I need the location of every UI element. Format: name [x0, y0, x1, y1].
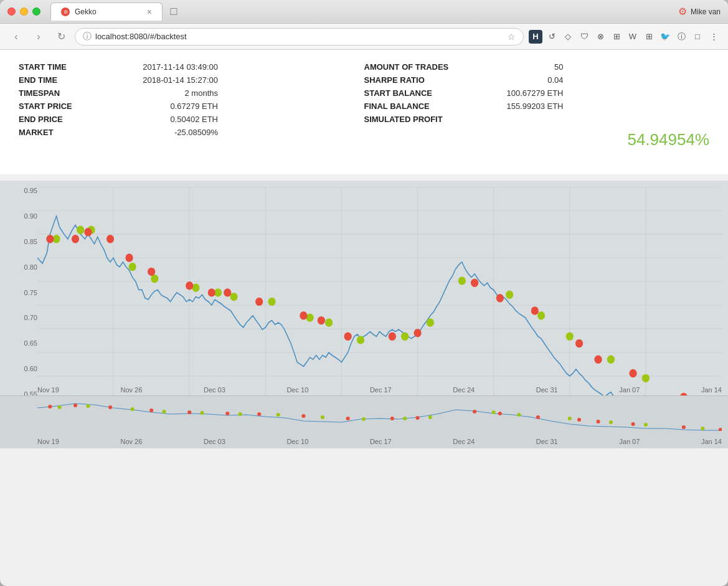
svg-point-47 [403, 417, 407, 420]
x-label-dec10: Dec 10 [286, 386, 308, 394]
amount-trades-label: AMOUNT OF TRADES [364, 62, 464, 72]
reload-button[interactable]: ↻ [52, 28, 70, 45]
url-input[interactable] [95, 32, 504, 41]
forward-button[interactable]: › [30, 28, 47, 45]
mini-x-dec24: Dec 24 [453, 438, 475, 445]
y-label-070: 0.70 [24, 314, 37, 321]
tab-title: Gekko [75, 7, 97, 16]
stat-row-final-balance: FINAL BALANCE 155.99203 ETH [364, 102, 710, 111]
menu-button[interactable]: ⋮ [707, 30, 721, 44]
trade-dot-buy-20 [642, 374, 650, 382]
svg-point-27 [346, 417, 350, 420]
x-label-jan07: Jan 07 [619, 386, 640, 394]
back-button[interactable]: ‹ [7, 28, 25, 45]
maximize-button[interactable] [32, 7, 40, 16]
trade-dot-buy-8 [230, 293, 237, 301]
mini-price-line [37, 404, 722, 430]
svg-point-48 [428, 415, 432, 419]
toolbar-icon-refresh[interactable]: ↺ [545, 30, 559, 44]
stats-grid: START TIME 2017-11-14 03:49:00 END TIME … [19, 62, 709, 149]
toolbar-icon-twitter[interactable]: 🐦 [658, 30, 672, 44]
svg-point-33 [577, 418, 581, 422]
svg-point-30 [473, 410, 476, 414]
start-price-label: START PRICE [19, 102, 118, 111]
user-icon: ⚙ [678, 6, 687, 17]
timespan-label: TIMESPAN [19, 88, 118, 98]
svg-point-19 [48, 405, 52, 409]
trade-dot-buy-15 [458, 276, 466, 285]
end-price-label: END PRICE [19, 115, 118, 124]
close-button[interactable] [7, 7, 16, 16]
toolbar-icon-ext2[interactable]: W [626, 30, 640, 44]
svg-point-29 [416, 416, 420, 420]
x-label-nov26: Nov 26 [120, 386, 142, 394]
toolbar-icon-info[interactable]: ⓘ [674, 30, 688, 44]
mini-chart-svg [37, 399, 722, 431]
y-label-060: 0.60 [24, 365, 37, 372]
start-balance-value: 100.67279 ETH [464, 88, 564, 98]
new-tab-icon: □ [171, 5, 177, 18]
svg-point-36 [682, 425, 686, 429]
toolbar-icon-privacy[interactable]: ⊗ [593, 30, 607, 44]
bookmark-icon[interactable]: ☆ [508, 32, 516, 42]
mini-x-jan07: Jan 07 [619, 438, 640, 445]
x-label-dec31: Dec 31 [536, 386, 558, 394]
end-time-label: END TIME [19, 75, 118, 85]
toolbar-icon-ext3[interactable]: ⊞ [642, 30, 656, 44]
trade-dot-sell-3 [84, 228, 92, 236]
trade-dot-buy-11 [325, 318, 333, 326]
browser-window: ⚙ Gekko × □ ⚙ Mike van ‹ › ↻ ⓘ ☆ H ↺ ◇ 🛡 [0, 0, 728, 586]
toolbar-icon-ext4[interactable]: □ [691, 30, 704, 44]
trade-dot-sell-11 [300, 311, 307, 319]
x-axis: Nov 19 Nov 26 Dec 03 Dec 10 Dec 17 Dec 2… [37, 386, 722, 394]
trade-dot-sell-1 [46, 235, 54, 243]
svg-point-21 [108, 405, 112, 409]
trade-dot-buy-19 [607, 355, 615, 363]
toolbar-icons: H ↺ ◇ 🛡 ⊗ ⊞ W ⊞ 🐦 ⓘ □ ⋮ [529, 30, 721, 44]
svg-point-25 [257, 412, 261, 416]
tab-close-icon[interactable]: × [147, 7, 152, 17]
stat-row-start-price: START PRICE 0.67279 ETH [19, 102, 364, 111]
final-balance-label: FINAL BALANCE [364, 102, 464, 111]
mini-x-axis: Nov 19 Nov 26 Dec 03 Dec 10 Dec 17 Dec 2… [37, 438, 722, 445]
trade-dot-sell-5 [125, 253, 133, 262]
svg-point-31 [498, 412, 502, 415]
svg-point-45 [321, 415, 324, 419]
trade-dot-sell-18 [531, 306, 539, 314]
minimize-button[interactable] [20, 7, 28, 16]
trade-dot-sell-16 [471, 279, 478, 287]
start-time-value: 2017-11-14 03:49:00 [118, 62, 218, 72]
user-name: Mike van [691, 7, 721, 16]
sharpe-label: SHARPE RATIO [364, 75, 464, 85]
start-time-label: START TIME [19, 62, 118, 72]
toolbar-icon-pocket[interactable]: ◇ [561, 30, 575, 44]
mini-x-dec17: Dec 17 [370, 438, 392, 445]
svg-point-40 [131, 407, 135, 411]
new-tab-button[interactable]: □ [165, 3, 182, 21]
svg-point-24 [225, 412, 229, 415]
active-tab[interactable]: ⚙ Gekko × [50, 2, 163, 21]
x-label-dec17: Dec 17 [370, 386, 392, 394]
toolbar-icon-shield[interactable]: 🛡 [577, 30, 591, 44]
x-label-dec24: Dec 24 [453, 386, 475, 394]
trade-dot-sell-8 [208, 288, 215, 296]
toolbar-icon-ext1[interactable]: ⊞ [610, 30, 623, 44]
title-bar: ⚙ Gekko × □ ⚙ Mike van [0, 0, 728, 24]
svg-point-53 [644, 423, 648, 427]
toolbar-icon-h[interactable]: H [529, 30, 542, 44]
mini-chart-svg-container [37, 399, 722, 431]
address-bar[interactable]: ⓘ ☆ [75, 28, 524, 45]
svg-point-38 [58, 405, 62, 409]
stat-row-simulated-profit: SIMULATED PROFIT [364, 115, 710, 124]
trade-dot-sell-13 [344, 333, 352, 341]
mini-x-dec03: Dec 03 [204, 438, 225, 445]
content-area: START TIME 2017-11-14 03:49:00 END TIME … [0, 50, 728, 174]
svg-point-50 [517, 413, 521, 417]
x-label-dec03: Dec 03 [204, 386, 225, 394]
trade-dot-buy-4 [129, 263, 136, 271]
end-price-value: 0.50402 ETH [118, 115, 218, 124]
trade-dot-sell-10 [255, 298, 263, 306]
trade-dot-sell-9 [224, 288, 231, 296]
stat-row-start-balance: START BALANCE 100.67279 ETH [364, 88, 710, 98]
start-balance-label: START BALANCE [364, 88, 464, 98]
